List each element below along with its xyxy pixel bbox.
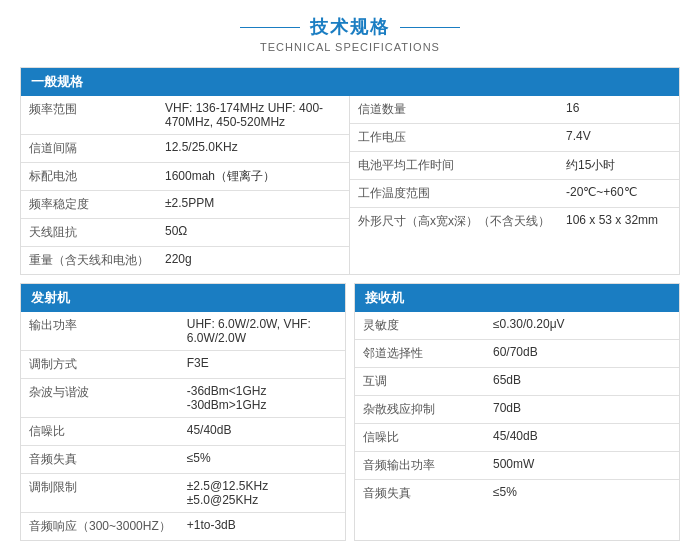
row-value: 60/70dB xyxy=(485,340,679,368)
table-row: 工作电压7.4V xyxy=(350,124,679,152)
row-label: 杂波与谐波 xyxy=(21,379,179,418)
row-label: 外形尺寸（高x宽x深）（不含天线） xyxy=(350,208,558,236)
row-value: ±2.5@12.5KHz±5.0@25KHz xyxy=(179,474,345,513)
table-row: 互调65dB xyxy=(355,368,679,396)
table-row: 调制限制±2.5@12.5KHz±5.0@25KHz xyxy=(21,474,345,513)
table-row: 音频失真≤5% xyxy=(21,446,345,474)
table-row: 信道数量16 xyxy=(350,96,679,124)
row-value: 106 x 53 x 32mm xyxy=(558,208,679,236)
row-label: 输出功率 xyxy=(21,312,179,351)
row-label: 互调 xyxy=(355,368,485,396)
row-value: UHF: 6.0W/2.0W, VHF: 6.0W/2.0W xyxy=(179,312,345,351)
table-row: 外形尺寸（高x宽x深）（不含天线）106 x 53 x 32mm xyxy=(350,208,679,236)
row-label: 杂散残应抑制 xyxy=(355,396,485,424)
header-en-title: TECHNICAL SPECIFICATIONS xyxy=(20,41,680,53)
general-section: 一般规格 频率范围VHF: 136-174MHz UHF: 400-470MHz… xyxy=(20,67,680,275)
table-row: 调制方式F3E xyxy=(21,351,345,379)
row-label: 天线阻抗 xyxy=(21,219,157,247)
row-value: -36dBm<1GHz-30dBm>1GHz xyxy=(179,379,345,418)
general-left-table: 频率范围VHF: 136-174MHz UHF: 400-470MHz, 450… xyxy=(21,96,349,274)
row-value: ±2.5PPM xyxy=(157,191,349,219)
row-value: 45/40dB xyxy=(485,424,679,452)
bottom-sections: 发射机 输出功率UHF: 6.0W/2.0W, VHF: 6.0W/2.0W调制… xyxy=(20,283,680,541)
row-value: -20℃~+60℃ xyxy=(558,180,679,208)
row-label: 音频响应（300~3000HZ） xyxy=(21,513,179,541)
table-row: 重量（含天线和电池）220g xyxy=(21,247,349,275)
row-label: 重量（含天线和电池） xyxy=(21,247,157,275)
receiver-table: 灵敏度≤0.30/0.20μV邻道选择性60/70dB互调65dB杂散残应抑制7… xyxy=(355,312,679,507)
row-value: 45/40dB xyxy=(179,418,345,446)
row-label: 灵敏度 xyxy=(355,312,485,340)
row-label: 工作温度范围 xyxy=(350,180,558,208)
row-value: 约15小时 xyxy=(558,152,679,180)
row-value: 1600mah（锂离子） xyxy=(157,163,349,191)
table-row: 信噪比45/40dB xyxy=(21,418,345,446)
row-value: ≤5% xyxy=(179,446,345,474)
table-row: 信道间隔12.5/25.0KHz xyxy=(21,135,349,163)
general-left-col: 频率范围VHF: 136-174MHz UHF: 400-470MHz, 450… xyxy=(21,96,350,274)
row-label: 信道数量 xyxy=(350,96,558,124)
general-section-header: 一般规格 xyxy=(21,68,679,96)
row-value: 220g xyxy=(157,247,349,275)
receiver-section: 接收机 灵敏度≤0.30/0.20μV邻道选择性60/70dB互调65dB杂散残… xyxy=(354,283,680,541)
table-row: 音频失真≤5% xyxy=(355,480,679,508)
transmitter-table: 输出功率UHF: 6.0W/2.0W, VHF: 6.0W/2.0W调制方式F3… xyxy=(21,312,345,540)
row-label: 频率稳定度 xyxy=(21,191,157,219)
row-value: 70dB xyxy=(485,396,679,424)
row-label: 调制方式 xyxy=(21,351,179,379)
table-row: 电池平均工作时间约15小时 xyxy=(350,152,679,180)
transmitter-section: 发射机 输出功率UHF: 6.0W/2.0W, VHF: 6.0W/2.0W调制… xyxy=(20,283,346,541)
row-label: 音频失真 xyxy=(355,480,485,508)
row-value: 12.5/25.0KHz xyxy=(157,135,349,163)
table-row: 频率范围VHF: 136-174MHz UHF: 400-470MHz, 450… xyxy=(21,96,349,135)
row-label: 音频失真 xyxy=(21,446,179,474)
transmitter-header: 发射机 xyxy=(21,284,345,312)
general-body: 频率范围VHF: 136-174MHz UHF: 400-470MHz, 450… xyxy=(21,96,679,274)
row-label: 调制限制 xyxy=(21,474,179,513)
row-label: 标配电池 xyxy=(21,163,157,191)
header-cn-title: 技术规格 xyxy=(20,15,680,39)
table-row: 灵敏度≤0.30/0.20μV xyxy=(355,312,679,340)
row-value: 500mW xyxy=(485,452,679,480)
row-label: 信噪比 xyxy=(21,418,179,446)
row-label: 电池平均工作时间 xyxy=(350,152,558,180)
general-right-col: 信道数量16工作电压7.4V电池平均工作时间约15小时工作温度范围-20℃~+6… xyxy=(350,96,679,274)
row-label: 工作电压 xyxy=(350,124,558,152)
row-value: ≤5% xyxy=(485,480,679,508)
table-row: 工作温度范围-20℃~+60℃ xyxy=(350,180,679,208)
row-value: 65dB xyxy=(485,368,679,396)
row-value: +1to-3dB xyxy=(179,513,345,541)
general-right-table: 信道数量16工作电压7.4V电池平均工作时间约15小时工作温度范围-20℃~+6… xyxy=(350,96,679,235)
table-row: 标配电池1600mah（锂离子） xyxy=(21,163,349,191)
row-value: 7.4V xyxy=(558,124,679,152)
table-row: 杂散残应抑制70dB xyxy=(355,396,679,424)
row-value: F3E xyxy=(179,351,345,379)
table-row: 信噪比45/40dB xyxy=(355,424,679,452)
page-wrapper: 技术规格 TECHNICAL SPECIFICATIONS 一般规格 频率范围V… xyxy=(0,0,700,548)
row-value: 16 xyxy=(558,96,679,124)
table-row: 邻道选择性60/70dB xyxy=(355,340,679,368)
row-label: 音频输出功率 xyxy=(355,452,485,480)
row-label: 邻道选择性 xyxy=(355,340,485,368)
row-value: ≤0.30/0.20μV xyxy=(485,312,679,340)
table-row: 音频输出功率500mW xyxy=(355,452,679,480)
table-row: 音频响应（300~3000HZ）+1to-3dB xyxy=(21,513,345,541)
header: 技术规格 TECHNICAL SPECIFICATIONS xyxy=(20,15,680,53)
table-row: 频率稳定度±2.5PPM xyxy=(21,191,349,219)
row-label: 频率范围 xyxy=(21,96,157,135)
receiver-header: 接收机 xyxy=(355,284,679,312)
row-value: 50Ω xyxy=(157,219,349,247)
row-label: 信道间隔 xyxy=(21,135,157,163)
table-row: 天线阻抗50Ω xyxy=(21,219,349,247)
row-label: 信噪比 xyxy=(355,424,485,452)
table-row: 输出功率UHF: 6.0W/2.0W, VHF: 6.0W/2.0W xyxy=(21,312,345,351)
row-value: VHF: 136-174MHz UHF: 400-470MHz, 450-520… xyxy=(157,96,349,135)
table-row: 杂波与谐波-36dBm<1GHz-30dBm>1GHz xyxy=(21,379,345,418)
